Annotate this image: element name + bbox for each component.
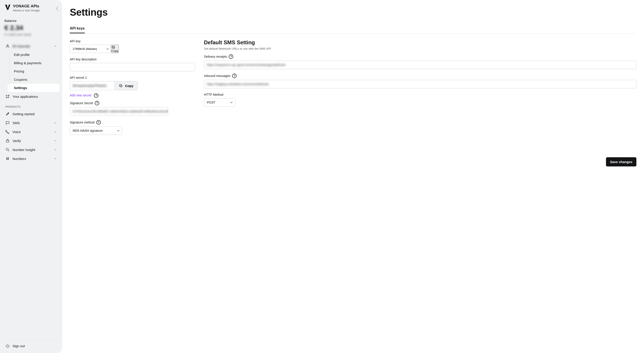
chevron-up-icon [54, 45, 57, 48]
help-add-secret[interactable]: ? [94, 93, 98, 98]
svg-point-3 [8, 113, 8, 114]
chevron-down-icon [54, 130, 57, 133]
nav-pricing[interactable]: Pricing [8, 67, 60, 75]
sms-section-title: Default SMS Setting [204, 39, 636, 46]
nav-sign-out[interactable]: Sign out [3, 341, 60, 350]
api-key-label: API key [70, 39, 195, 43]
copy-api-key-label: Copy [111, 49, 118, 53]
chevron-left-icon [56, 6, 58, 11]
nav-your-applications-label: Your applications [12, 95, 38, 98]
nav-settings[interactable]: Settings [8, 84, 60, 92]
brand-title: VONAGE APIs [13, 4, 40, 9]
nav-coupons[interactable]: Coupons [8, 75, 60, 84]
inbound-messages-label: Inbound messages [204, 74, 230, 78]
sidebar: VONAGE APIs Nexmo is now Vonage Balance … [0, 0, 62, 353]
save-changes-button[interactable]: Save changes [606, 157, 636, 166]
svg-point-1 [8, 95, 9, 96]
svg-point-2 [6, 97, 7, 98]
brand: VONAGE APIs Nexmo is now Vonage [3, 4, 60, 12]
search-icon [5, 147, 10, 152]
power-icon [5, 343, 10, 348]
tabs: API keys [70, 24, 636, 34]
lock-icon [5, 138, 10, 143]
delivery-receipts-label: Delivery receipts [204, 55, 227, 58]
svg-point-0 [7, 45, 8, 46]
signature-secret-input[interactable]: b7F9Da2A4e1fEc3B9d8C7a6b5e4f3d2c1a0b9c8d… [70, 107, 168, 116]
user-icon [5, 44, 10, 48]
http-method-label: HTTP Method [204, 93, 636, 96]
signature-method-label: Signature method [70, 121, 94, 124]
svg-rect-8 [120, 85, 122, 87]
balance-label: Balance [4, 19, 58, 23]
sidebar-collapse-button[interactable] [54, 4, 60, 13]
nav-number-insight-label: Number Insight [12, 148, 35, 152]
nav-getting-started[interactable]: Getting started [3, 109, 60, 118]
tab-api-keys[interactable]: API keys [70, 24, 85, 33]
nav-voice[interactable]: Voice [3, 127, 60, 136]
http-method-select[interactable]: POST [204, 98, 235, 107]
chat-icon [5, 121, 10, 125]
svg-rect-7 [112, 46, 114, 48]
copy-api-key-button[interactable]: Copy [111, 45, 119, 53]
vonage-logo-icon [4, 4, 11, 10]
help-signature-secret[interactable]: ? [95, 101, 99, 105]
nav-getting-started-label: Getting started [12, 112, 34, 116]
rocket-icon [5, 112, 10, 116]
svg-rect-4 [6, 141, 9, 142]
nav-your-applications[interactable]: Your applications [3, 92, 60, 101]
copy-api-secret-button[interactable]: Copy [114, 81, 138, 90]
copy-api-secret-label: Copy [125, 84, 134, 88]
signature-method-select[interactable]: MD5 HASH signature [70, 126, 122, 135]
nav-number-insight[interactable]: Number Insight [3, 145, 60, 154]
balance-subtext: € 2.0000 auto reload [4, 33, 58, 36]
apps-icon [5, 94, 10, 99]
inbound-messages-input[interactable]: https://staging.rocketbots.io/nexmo/webh… [204, 80, 636, 88]
main-content: Settings API keys API key 278f9b30 (Mast… [62, 0, 644, 353]
sms-section-desc: Set default Webhook URLs to use with the… [204, 47, 636, 50]
nav-edit-profile[interactable]: Edit profile [8, 51, 60, 59]
nav-sign-out-label: Sign out [12, 344, 25, 348]
copy-icon [111, 45, 118, 49]
hash-icon [5, 156, 10, 161]
user-submenu: Edit profile Billing & payments Pricing … [8, 51, 60, 92]
nav-numbers-label: Numbers [12, 157, 26, 161]
chevron-down-icon [54, 121, 57, 124]
products-section-label: PRODUCTS [5, 105, 57, 108]
delivery-receipts-input[interactable]: https://respond-io-ap.ngrok.io/nexmo/wha… [204, 61, 636, 69]
user-menu-toggle[interactable]: Efi Iskandar [3, 42, 60, 51]
page-title: Settings [70, 7, 636, 18]
nav-voice-label: Voice [12, 130, 21, 134]
help-signature-method[interactable]: ? [96, 120, 101, 125]
user-name: Efi Iskandar [12, 44, 30, 48]
api-key-desc-label: API key description [70, 58, 195, 61]
help-delivery-receipts[interactable]: ? [229, 54, 233, 59]
signature-secret-label: Signature Secret [70, 101, 93, 105]
svg-rect-6 [113, 47, 115, 49]
nav-numbers[interactable]: Numbers [3, 154, 60, 163]
svg-point-5 [6, 148, 8, 150]
phone-icon [5, 130, 10, 134]
nav-verify-label: Verify [12, 139, 21, 143]
copy-icon [119, 84, 123, 88]
add-new-secret-link[interactable]: Add new secret [70, 94, 92, 97]
chevron-down-icon [54, 148, 57, 151]
brand-subtitle: Nexmo is now Vonage [13, 9, 40, 12]
api-secret-value: hkVwp2wUyQwTNIvyN1 [70, 81, 114, 90]
help-inbound-messages[interactable]: ? [232, 74, 236, 78]
api-key-description-input[interactable] [70, 63, 195, 71]
chevron-down-icon [54, 139, 57, 142]
nav-sms[interactable]: SMS [3, 118, 60, 127]
api-key-select[interactable]: 278f9b30 (Master) [70, 45, 111, 53]
balance-block: Balance € 2.34 € 2.0000 auto reload [3, 19, 60, 36]
nav-billing[interactable]: Billing & payments [8, 59, 60, 67]
nav-sms-label: SMS [12, 121, 20, 125]
chevron-down-icon [54, 157, 57, 160]
api-secret-label: API secret 1 [70, 76, 195, 79]
nav-verify[interactable]: Verify [3, 136, 60, 145]
balance-amount: € 2.34 [4, 24, 58, 32]
svg-rect-9 [120, 84, 122, 86]
